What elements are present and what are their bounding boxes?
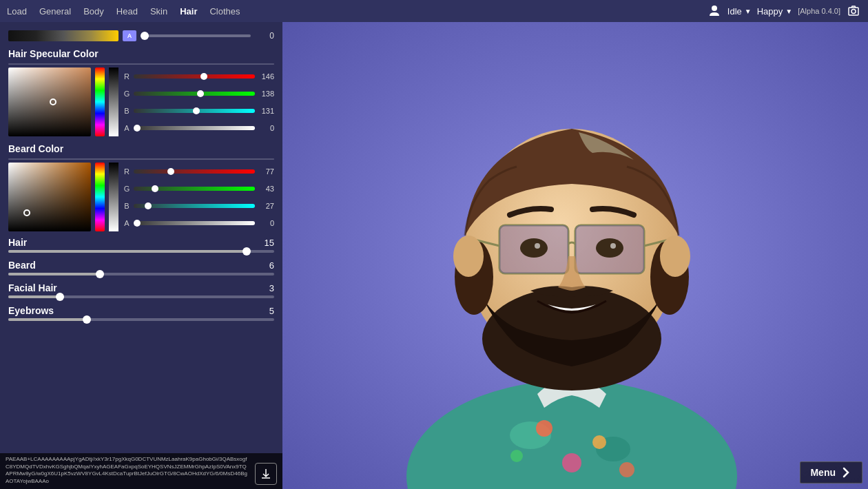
nav-head[interactable]: Head (116, 6, 138, 17)
hair-specular-rgb-sliders: R 146 G 138 B 131 (123, 67, 274, 136)
beard-a-track[interactable] (134, 221, 255, 225)
version-label: [Alpha 0.4.0] (798, 7, 840, 15)
beard-color-dot (23, 209, 30, 216)
beard-g-row: G 43 (123, 185, 274, 193)
beard-a-label: A (123, 219, 131, 227)
beard-b-track[interactable] (134, 204, 255, 208)
beard-b-label: B (123, 202, 131, 210)
hair-slider-fill (8, 250, 247, 253)
hair-specular-b-label: B (123, 107, 131, 115)
hair-specular-color-dot (50, 98, 56, 105)
svg-point-29 (660, 236, 690, 277)
beard-a-value: 0 (258, 219, 274, 227)
beard-r-thumb[interactable] (167, 168, 174, 175)
beard-r-label: R (123, 167, 131, 176)
hair-slider-label: Hair (8, 237, 27, 248)
beard-color-alpha-bar[interactable] (109, 163, 118, 231)
user-icon[interactable] (707, 3, 722, 19)
beard-color-picker: R 77 G 43 B 27 (8, 163, 274, 231)
hair-slider-header: Hair 15 (8, 237, 274, 248)
alpha-slider-thumb[interactable] (141, 32, 149, 40)
hair-specular-g-value: 138 (258, 90, 274, 98)
left-panel: A 0 Hair Specular Color R 146 G (0, 22, 282, 489)
menu-button[interactable]: Menu (800, 461, 862, 483)
alpha-slider-track[interactable] (141, 34, 251, 37)
facial-hair-slider-fill (8, 295, 61, 298)
beard-slider-label: Beard (8, 260, 36, 271)
beard-a-thumb[interactable] (134, 220, 141, 227)
nav-hair[interactable]: Hair (180, 6, 197, 17)
svg-point-27 (610, 243, 616, 249)
svg-point-9 (536, 420, 552, 437)
screenshot-icon[interactable] (846, 3, 861, 19)
download-button[interactable] (255, 463, 277, 485)
hair-specular-r-row: R 146 (123, 72, 274, 81)
hair-slider-thumb[interactable] (242, 247, 251, 256)
hair-specular-b-row: B 131 (123, 107, 274, 115)
svg-point-10 (592, 435, 606, 449)
beard-color-box[interactable] (8, 163, 91, 231)
nav-skin[interactable]: Skin (150, 6, 167, 17)
beard-color-divider (8, 158, 274, 160)
beard-g-thumb[interactable] (152, 185, 158, 192)
eyebrows-slider-fill (8, 318, 88, 321)
hair-specular-a-track[interactable] (134, 126, 255, 130)
svg-point-11 (562, 453, 581, 472)
beard-slider-fill (8, 273, 101, 275)
hair-specular-color-box[interactable] (8, 67, 91, 136)
hair-specular-r-thumb[interactable] (200, 73, 207, 80)
hair-specular-a-value: 0 (258, 124, 274, 132)
nav-general[interactable]: General (39, 6, 71, 17)
svg-point-28 (453, 236, 484, 277)
hair-specular-b-track[interactable] (134, 109, 255, 113)
beard-b-thumb[interactable] (145, 202, 152, 209)
eyebrows-slider-thumb[interactable] (83, 315, 91, 324)
beard-g-value: 43 (258, 185, 274, 193)
beard-slider-value: 6 (269, 260, 274, 271)
top-nav: Load General Body Head Skin Hair Clothes… (0, 0, 868, 22)
hair-specular-a-row: A 0 (123, 124, 274, 132)
hair-specular-b-thumb[interactable] (193, 107, 200, 114)
top-alpha-row: A 0 (8, 30, 274, 41)
status-dropdown[interactable]: Idle ▼ (727, 6, 752, 17)
menu-label: Menu (810, 467, 836, 478)
emotion-dropdown[interactable]: Happy ▼ (757, 6, 792, 17)
hair-specular-a-thumb[interactable] (134, 125, 141, 132)
emotion-label: Happy (757, 6, 783, 17)
status-label: Idle (727, 6, 742, 17)
facial-hair-slider-track[interactable] (8, 295, 274, 298)
svg-point-15 (482, 287, 661, 391)
beard-color-rainbow[interactable] (95, 163, 105, 231)
beard-slider-row: Beard 6 (8, 260, 274, 275)
hair-specular-divider (8, 63, 274, 65)
beard-g-track[interactable] (134, 187, 255, 191)
nav-body[interactable]: Body (83, 6, 104, 17)
svg-point-13 (619, 462, 634, 477)
beard-color-rgb-sliders: R 77 G 43 B 27 (123, 163, 274, 231)
hair-specular-r-track[interactable] (134, 74, 255, 79)
nav-clothes[interactable]: Clothes (209, 6, 240, 17)
svg-point-26 (535, 243, 540, 249)
hair-specular-rainbow[interactable] (95, 67, 105, 136)
hair-specular-g-track[interactable] (134, 92, 255, 96)
svg-rect-1 (849, 8, 858, 15)
beard-slider-header: Beard 6 (8, 260, 274, 271)
hair-specular-g-thumb[interactable] (197, 90, 204, 97)
beard-b-row: B 27 (123, 202, 274, 210)
nav-load[interactable]: Load (7, 6, 27, 17)
beard-slider-track[interactable] (8, 273, 274, 275)
hair-specular-g-label: G (123, 90, 131, 98)
eyebrows-slider-track[interactable] (8, 318, 274, 321)
beard-r-row: R 77 (123, 167, 274, 176)
beard-r-track[interactable] (134, 169, 255, 174)
hair-slider-track[interactable] (8, 250, 274, 253)
beard-a-row: A 0 (123, 219, 274, 227)
beard-slider-thumb[interactable] (96, 270, 104, 278)
beard-r-value: 77 (258, 167, 274, 176)
facial-hair-slider-row: Facial Hair 3 (8, 282, 274, 298)
facial-hair-slider-thumb[interactable] (56, 293, 64, 301)
hair-specular-alpha-bar[interactable] (109, 67, 118, 136)
named-sliders: Hair 15 Beard 6 Facial Hair 3 (8, 237, 274, 321)
svg-point-0 (712, 6, 717, 11)
facial-hair-slider-label: Facial Hair (8, 282, 57, 293)
